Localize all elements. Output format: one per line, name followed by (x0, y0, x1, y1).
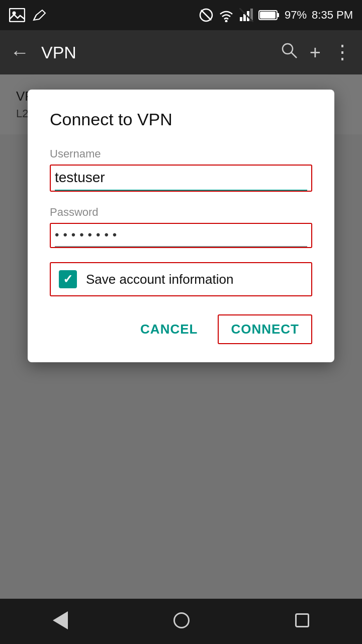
save-account-label: Save account information (86, 272, 233, 287)
dialog-buttons: CANCEL CONNECT (50, 314, 312, 344)
svg-rect-13 (260, 12, 276, 19)
cancel-button[interactable]: CANCEL (136, 315, 202, 343)
svg-line-4 (201, 10, 211, 20)
wifi-icon (218, 8, 234, 22)
password-label: Password (50, 206, 312, 219)
svg-rect-0 (10, 9, 25, 22)
connect-vpn-dialog: Connect to VPN Username Password ✓ Save … (28, 90, 334, 362)
feather-icon (31, 8, 46, 22)
battery-icon (258, 9, 280, 21)
app-bar-title: VPN (41, 43, 268, 62)
password-input[interactable] (55, 225, 307, 247)
nav-bar (0, 599, 362, 644)
home-nav-button[interactable] (173, 612, 190, 630)
image-icon (9, 8, 25, 22)
svg-rect-6 (240, 17, 242, 21)
add-button[interactable]: + (310, 42, 321, 63)
save-account-checkbox[interactable]: ✓ (59, 270, 77, 288)
status-bar-right: 97% 8:35 PM (199, 8, 353, 22)
username-input[interactable] (55, 167, 307, 191)
back-nav-button[interactable] (53, 611, 68, 631)
status-bar-left (9, 8, 46, 22)
save-account-row[interactable]: ✓ Save account information (50, 262, 312, 296)
recent-nav-icon (295, 613, 309, 627)
home-nav-icon (173, 612, 190, 628)
no-signal-icon (199, 8, 213, 22)
app-bar: ← VPN + ⋮ (0, 30, 362, 74)
back-button[interactable]: ← (10, 42, 29, 63)
svg-rect-12 (277, 13, 279, 17)
status-time: 8:35 PM (312, 9, 353, 22)
checkmark-icon: ✓ (63, 273, 73, 285)
username-label: Username (50, 147, 312, 160)
signal-icon (239, 8, 253, 22)
dialog-title: Connect to VPN (50, 110, 312, 129)
dialog-overlay: Connect to VPN Username Password ✓ Save … (0, 74, 362, 599)
recent-nav-button[interactable] (295, 613, 309, 629)
svg-point-5 (225, 20, 228, 23)
password-input-wrapper (50, 223, 312, 248)
more-button[interactable]: ⋮ (333, 41, 352, 63)
back-nav-icon (53, 611, 68, 629)
search-button[interactable] (281, 42, 298, 63)
connect-button[interactable]: CONNECT (218, 314, 312, 344)
username-input-wrapper (50, 165, 312, 192)
status-bar: 97% 8:35 PM (0, 0, 362, 30)
battery-percent: 97% (285, 9, 307, 22)
svg-line-15 (291, 52, 297, 58)
